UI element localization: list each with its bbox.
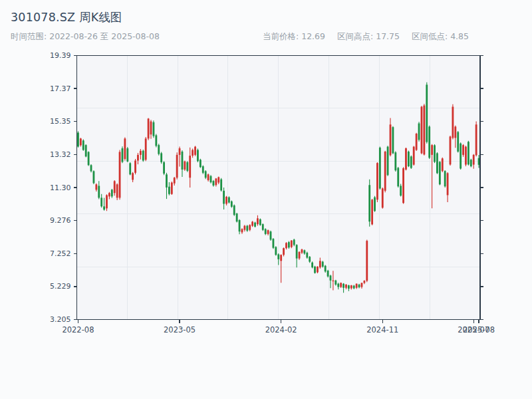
candle-body (80, 138, 82, 145)
candle-body (470, 160, 472, 166)
candle-body (293, 239, 295, 245)
candle-body (473, 155, 475, 165)
candle-body (280, 255, 282, 261)
candle-body (296, 245, 298, 258)
candle-body (184, 162, 186, 170)
candle-body (171, 183, 173, 194)
candle-body (243, 226, 245, 230)
candle-body (402, 168, 404, 203)
candle-body (450, 136, 452, 164)
candle-body (340, 283, 342, 287)
candle-body (217, 177, 219, 182)
candle-body (182, 152, 184, 170)
candle-body (220, 180, 222, 191)
candle-body (100, 198, 102, 206)
candle-body (85, 145, 87, 156)
candle-body (330, 275, 332, 280)
candle-body (410, 156, 412, 168)
candle-body (285, 243, 287, 248)
candle-body (155, 135, 157, 146)
candle-body (239, 220, 241, 231)
kline-chart: 19.3917.3715.3513.3211.309.2767.2525.229… (0, 0, 532, 399)
y-tick-label: 19.39 (50, 51, 71, 60)
candle-body (163, 162, 165, 174)
candle-body (442, 158, 444, 171)
x-tick-label: 2025-08 (463, 325, 495, 334)
candle-body (108, 193, 110, 196)
candle-body (142, 151, 144, 161)
y-tick-label: 5.229 (50, 282, 71, 291)
candle-body (431, 145, 433, 155)
candle-body (460, 144, 462, 169)
candle-body (189, 156, 191, 178)
candle-body (454, 126, 456, 138)
candle-body (116, 184, 118, 198)
candle-body (413, 147, 415, 165)
candle-body (270, 231, 272, 239)
candle-body (122, 148, 124, 162)
candle-body (241, 229, 243, 232)
candle-body (314, 267, 316, 273)
y-tick-label: 7.252 (50, 249, 71, 258)
candle-body (257, 218, 259, 224)
candle-body (363, 281, 365, 283)
candle-body (186, 162, 188, 171)
candle-body (400, 186, 402, 196)
candle-body (98, 186, 100, 198)
candle-body (210, 176, 212, 182)
candle-body (236, 213, 238, 221)
candle-body (465, 147, 467, 165)
candle-body (246, 226, 248, 231)
candle-body (168, 187, 170, 194)
candle-body (277, 255, 279, 259)
candle-body (103, 206, 105, 209)
y-tick-label: 9.276 (50, 216, 71, 225)
x-tick-label: 2024-02 (265, 325, 297, 334)
candle-body (368, 185, 370, 221)
candle-body (345, 285, 347, 288)
candle-body (301, 249, 303, 253)
candle-body (205, 171, 207, 178)
candle-body (288, 242, 290, 247)
candle-body (114, 181, 116, 193)
candle-body (439, 162, 441, 184)
candle-body (254, 223, 256, 227)
candle-body (371, 200, 373, 224)
candle-body (90, 165, 92, 171)
candle-body (319, 261, 321, 267)
candle-body (197, 150, 199, 162)
candle-body (213, 181, 215, 186)
y-tick-label: 17.37 (50, 84, 71, 93)
candle-body (160, 153, 162, 162)
candle-body (390, 124, 392, 155)
candle-body (106, 195, 108, 208)
candle-body (126, 148, 128, 162)
candle-body (158, 145, 160, 154)
candle-body (299, 252, 301, 259)
candle-body (93, 171, 95, 183)
y-tick-label: 11.30 (50, 184, 71, 192)
candle-body (467, 142, 469, 164)
candle-body (423, 106, 425, 155)
candle-body (283, 248, 285, 255)
x-tick-label: 2024-11 (366, 325, 398, 334)
candle-body (334, 281, 336, 285)
candle-body (387, 147, 389, 176)
candle-body (416, 134, 418, 150)
candle-body (259, 219, 261, 225)
candle-body (353, 286, 355, 289)
candle-body (303, 250, 305, 253)
candle-body (132, 173, 134, 180)
candle-body (348, 285, 350, 289)
candle-body (129, 163, 131, 174)
candle-body (392, 127, 394, 153)
candle-body (251, 221, 253, 225)
candle-body (265, 229, 267, 233)
candle-body (223, 191, 225, 204)
candle-body (88, 152, 90, 165)
y-tick-label: 3.205 (50, 315, 71, 324)
candle-body (418, 124, 420, 140)
candle-body (153, 122, 155, 136)
candle-body (179, 148, 181, 155)
candle-body (202, 166, 204, 173)
